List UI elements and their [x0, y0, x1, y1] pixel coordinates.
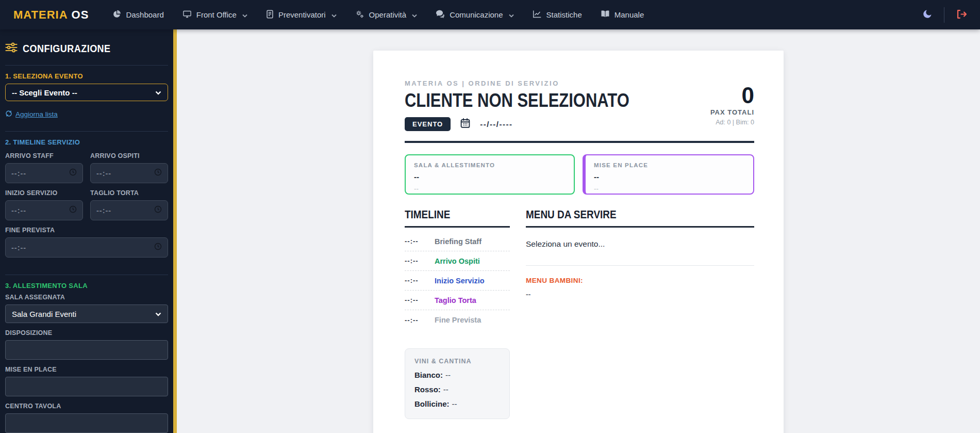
fine-prevista-time-input[interactable]: --:-- [5, 237, 168, 258]
chevron-down-icon [331, 10, 337, 19]
nav-item-manuale[interactable]: Manuale [601, 10, 644, 20]
timeline-label: Fine Prevista [435, 316, 481, 324]
pie-chart-icon [112, 10, 121, 20]
nav-label: Statistiche [546, 10, 582, 19]
event-select-value: -- Scegli Evento -- [12, 88, 77, 97]
sala-allestimento-box: SALA & ALLESTIMENTO -- -- [405, 154, 575, 195]
clock-icon[interactable] [154, 243, 162, 252]
clock-icon[interactable] [69, 168, 77, 178]
taglio-torta-time-input[interactable]: --:-- [90, 200, 168, 220]
pax-total-label: PAX TOTALI [710, 108, 754, 116]
card-eyebrow: MATERIA OS | ORDINE DI SERVIZIO [405, 79, 754, 87]
top-navbar: MATERIA OS Dashboard Front Office Preven… [0, 0, 980, 29]
disposizione-input[interactable] [5, 340, 168, 360]
nav-label: Preventivatori [278, 10, 326, 19]
nav-item-preventivatori[interactable]: Preventivatori [266, 10, 337, 20]
menu-bambini-value: -- [526, 290, 754, 298]
calendar-icon [460, 118, 471, 131]
pax-total-value: 0 [710, 84, 754, 107]
vini-cantina-title: VINI & CANTINA [414, 358, 500, 365]
sidebar-title-row: CONFIGURAZIONE [5, 42, 168, 55]
timeline-label: Arrivo Ospiti [435, 257, 480, 265]
main-content: MATERIA OS | ORDINE DI SERVIZIO CLIENTE … [177, 29, 980, 433]
timeline-heading: TIMELINE [405, 208, 510, 228]
arrivo-ospiti-time-input[interactable]: --:-- [90, 163, 168, 183]
client-title: CLIENTE NON SELEZIONATO [405, 90, 629, 111]
mise-en-place-box: MISE EN PLACE -- -- [583, 154, 754, 195]
field-label-arrivo-staff: ARRIVO STAFF [5, 152, 83, 159]
mise-en-place-input[interactable] [5, 377, 168, 396]
field-label-sala-assegnata: SALA ASSEGNATA [5, 294, 168, 301]
logout-button[interactable] [956, 9, 967, 21]
logo-secondary: OS [72, 8, 89, 22]
time-value: --:-- [11, 169, 26, 178]
chevron-down-icon [509, 10, 514, 19]
app-logo[interactable]: MATERIA OS [13, 8, 89, 22]
nav-label: Comunicazione [450, 10, 503, 19]
menu-divider [526, 265, 754, 266]
field-label-arrivo-ospiti: ARRIVO OSPITI [90, 152, 168, 159]
chevron-down-icon [412, 10, 417, 19]
menu-placeholder-text: Seleziona un evento... [526, 239, 754, 249]
field-label-fine-prevista: FINE PREVISTA [5, 227, 168, 234]
info-box-title: MISE EN PLACE [594, 162, 745, 168]
vini-item-bollicine: Bollicine:-- [414, 399, 500, 408]
event-type-badge: EVENTO [405, 117, 451, 131]
nav-label: Operatività [369, 10, 407, 19]
timeline-row-fine-prevista: --:-- Fine Prevista [405, 310, 510, 330]
sidebar-divider [5, 131, 168, 132]
clock-icon[interactable] [154, 168, 162, 178]
sidebar-title: CONFIGURAZIONE [23, 42, 111, 55]
timeline-time: --:-- [405, 237, 435, 245]
section-label-seleziona-evento: 1. SELEZIONA EVENTO [5, 72, 168, 80]
vini-value: -- [443, 385, 449, 394]
sala-select[interactable]: Sala Grandi Eventi [5, 304, 168, 323]
dark-mode-toggle[interactable] [922, 9, 933, 21]
vini-label: Bianco: [414, 371, 443, 379]
nav-item-statistiche[interactable]: Statistiche [533, 10, 582, 20]
field-label-taglio-torta: TAGLIO TORTA [90, 189, 168, 197]
nav-label: Dashboard [126, 10, 163, 19]
nav-item-dashboard[interactable]: Dashboard [112, 10, 163, 20]
event-select[interactable]: -- Scegli Evento -- [5, 84, 168, 101]
centro-tavola-input[interactable] [5, 413, 168, 433]
info-box-line1: -- [594, 172, 745, 181]
arrivo-staff-time-input[interactable]: --:-- [5, 163, 83, 183]
time-value: --:-- [11, 244, 26, 252]
vini-label: Bollicine: [414, 399, 450, 408]
nav-item-operativita[interactable]: Operatività [355, 10, 418, 20]
timeline-row-arrivo-ospiti: --:-- Arrivo Ospiti [405, 251, 510, 271]
sala-select-value: Sala Grandi Eventi [12, 310, 76, 318]
file-invoice-icon [266, 10, 274, 20]
clock-icon[interactable] [154, 205, 162, 215]
sign-out-icon [956, 9, 967, 21]
timeline-row-taglio-torta: --:-- Taglio Torta [405, 291, 510, 310]
field-label-centro-tavola: CENTRO TAVOLA [5, 403, 168, 410]
field-label-mise-en-place: MISE EN PLACE [5, 366, 168, 373]
nav-item-comunicazione[interactable]: Comunicazione [436, 10, 513, 20]
timeline-row-inizio-servizio: --:-- Inizio Servizio [405, 271, 510, 291]
sync-icon [5, 110, 12, 119]
comments-icon [436, 10, 445, 20]
book-icon [601, 10, 610, 20]
nav-item-front-office[interactable]: Front Office [182, 10, 247, 20]
timeline-time: --:-- [405, 296, 435, 304]
refresh-list-link[interactable]: Aggiorna lista [5, 110, 58, 119]
chart-line-icon [533, 10, 542, 20]
configuration-sidebar: CONFIGURAZIONE 1. SELEZIONA EVENTO -- Sc… [0, 29, 177, 433]
nav-menu: Dashboard Front Office Preventivatori Op… [112, 10, 644, 20]
info-box-title: SALA & ALLESTIMENTO [414, 162, 566, 168]
nav-divider [944, 7, 944, 23]
inizio-servizio-time-input[interactable]: --:-- [5, 200, 83, 220]
timeline-time: --:-- [405, 257, 435, 265]
timeline-row-briefing-staff: --:-- Briefing Staff [405, 232, 510, 251]
timeline-time: --:-- [405, 277, 435, 284]
menu-column: MENU DA SERVIRE Seleziona un evento... M… [526, 208, 754, 419]
clock-icon[interactable] [69, 205, 77, 215]
nav-label: Manuale [614, 10, 644, 19]
menu-heading: MENU DA SERVIRE [526, 208, 754, 228]
vini-value: -- [445, 371, 451, 379]
sidebar-divider [5, 65, 168, 66]
nav-label: Front Office [196, 10, 237, 19]
timeline-label: Briefing Staff [435, 237, 481, 246]
